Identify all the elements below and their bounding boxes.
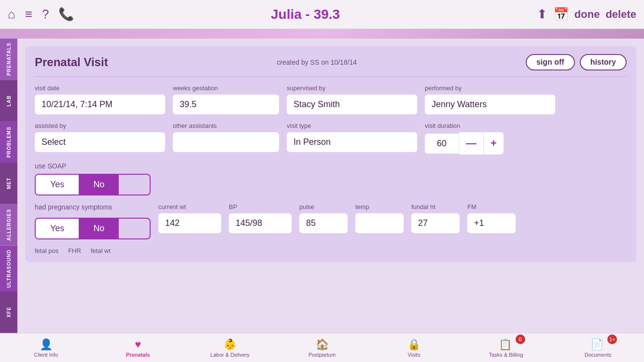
visit-duration-group: visit duration — + — [425, 122, 504, 154]
visit-type-input[interactable] — [287, 132, 417, 152]
nav-tasks-billing-label: Tasks & Billing — [489, 352, 523, 358]
fundal-ht-group: fundal ht — [411, 203, 460, 233]
sidebar-item-problems[interactable]: PROBLEMS — [0, 122, 17, 163]
nav-prenatals[interactable]: ♥ Prenatals — [92, 338, 184, 358]
weeks-gestation-input[interactable] — [173, 95, 279, 114]
sidebar-item-prenatals[interactable]: PRENATALS — [0, 39, 17, 80]
symptoms-yes-button[interactable]: Yes — [36, 219, 79, 238]
bp-input[interactable] — [229, 213, 292, 233]
fm-group: FM — [467, 203, 516, 233]
bg-area — [0, 29, 644, 39]
card-meta: created by SS on 10/18/14 — [277, 58, 357, 66]
visit-duration-label: visit duration — [425, 122, 504, 129]
nav-labor-delivery-label: Labor & Delivery — [210, 352, 250, 358]
visit-duration-stepper: — + — [425, 132, 504, 154]
documents-icon-wrap: 📄 1+ — [590, 338, 605, 351]
nav-tasks-billing[interactable]: 📋 0 Tasks & Billing — [460, 338, 552, 358]
nav-documents[interactable]: 📄 1+ Documents — [552, 338, 644, 358]
use-soap-yes-button[interactable]: Yes — [36, 175, 79, 195]
help-icon[interactable]: ? — [42, 7, 49, 22]
fetal-pos-label: fetal pos — [35, 247, 58, 254]
supervised-by-input[interactable] — [287, 95, 417, 114]
assisted-by-group: assisted by — [35, 122, 165, 152]
header: ⌂ ≡ ? 📞 Julia - 39.3 ⬆ 📅 done delete — [0, 0, 644, 29]
documents-icon: 📄 — [590, 338, 603, 351]
fhr-group: FHR — [68, 247, 81, 254]
visit-date-group: visit date — [35, 84, 165, 114]
duration-decrement-button[interactable]: — — [459, 132, 483, 154]
history-button[interactable]: history — [580, 54, 627, 70]
pregnancy-symptoms-group: had pregnancy symptoms Yes No — [35, 203, 151, 239]
temp-input[interactable] — [355, 213, 404, 233]
nav-client-info-label: Client Info — [34, 352, 58, 358]
use-soap-no-button[interactable]: No — [79, 175, 119, 195]
page-title: Julia - 39.3 — [74, 7, 536, 22]
visits-icon: 🔒 — [407, 338, 420, 351]
sidebar: PRENATALS LAB PROBLEMS MET ALLERGIES ULT… — [0, 39, 17, 333]
tasks-billing-badge: 0 — [516, 334, 525, 344]
sign-off-button[interactable]: sign off — [526, 54, 575, 70]
visit-duration-input[interactable] — [425, 134, 459, 153]
performed-by-group: performed by — [425, 84, 555, 114]
form-row-1: visit date weeks gestation supervised by… — [35, 84, 627, 114]
card-actions: sign off history — [526, 54, 627, 70]
nav-labor-delivery[interactable]: 👶 Labor & Delivery — [184, 338, 276, 358]
pulse-input[interactable] — [299, 213, 348, 233]
menu-icon[interactable]: ≡ — [25, 7, 32, 22]
visit-date-label: visit date — [35, 84, 165, 92]
other-assistants-input[interactable] — [173, 132, 279, 152]
nav-visits-label: Visits — [408, 352, 420, 358]
nav-client-info[interactable]: 👤 Client Info — [0, 338, 92, 358]
symptoms-no-button[interactable]: No — [79, 219, 119, 238]
fetal-wt-label: fetal wt — [91, 247, 111, 254]
header-right: ⬆ 📅 done delete — [537, 7, 636, 22]
current-wt-group: current wt — [158, 203, 221, 233]
delete-button[interactable]: delete — [605, 8, 636, 21]
labor-delivery-icon: 👶 — [224, 338, 237, 351]
header-left: ⌂ ≡ ? 📞 — [8, 7, 74, 22]
postpartum-icon: 🏠 — [316, 338, 329, 351]
sidebar-item-xfe[interactable]: XFE — [0, 292, 17, 333]
sidebar-item-allergies[interactable]: ALLERGIES — [0, 204, 17, 246]
bp-label: BP — [229, 203, 292, 210]
pregnancy-symptoms-toggle: Yes No — [35, 218, 151, 239]
nav-visits[interactable]: 🔒 Visits — [368, 338, 460, 358]
sidebar-item-ultrasound[interactable]: ULTRASOUND — [0, 246, 17, 292]
nav-documents-label: Documents — [585, 352, 612, 358]
fm-input[interactable] — [467, 213, 516, 233]
done-button[interactable]: done — [574, 8, 600, 21]
duration-increment-button[interactable]: + — [483, 132, 504, 154]
phone-icon[interactable]: 📞 — [58, 7, 74, 22]
card-title: Prenatal Visit — [35, 56, 108, 69]
card-header: Prenatal Visit created by SS on 10/18/14… — [35, 54, 627, 77]
fetal-pos-group: fetal pos — [35, 247, 58, 254]
prenatal-visit-card: Prenatal Visit created by SS on 10/18/14… — [25, 46, 636, 262]
pulse-group: pulse — [299, 203, 348, 233]
current-wt-input[interactable] — [158, 213, 221, 233]
tasks-billing-icon-wrap: 📋 0 — [499, 338, 514, 351]
calendar-icon[interactable]: 📅 — [553, 7, 569, 22]
home-icon[interactable]: ⌂ — [8, 7, 15, 22]
use-soap-label: use SOAP — [35, 162, 627, 170]
weeks-gestation-group: weeks gestation — [173, 84, 279, 114]
bottom-nav: 👤 Client Info ♥ Prenatals 👶 Labor & Deli… — [0, 333, 644, 362]
fundal-ht-label: fundal ht — [411, 203, 460, 210]
documents-badge: 1+ — [607, 334, 617, 344]
assisted-by-input[interactable] — [35, 132, 165, 152]
sidebar-item-lab[interactable]: LAB — [0, 80, 17, 122]
fetal-wt-group: fetal wt — [91, 247, 111, 254]
fundal-ht-input[interactable] — [411, 213, 460, 233]
client-info-icon: 👤 — [40, 338, 53, 351]
pregnancy-symptoms-label: had pregnancy symptoms — [35, 203, 151, 211]
visit-date-input[interactable] — [35, 95, 165, 114]
performed-by-label: performed by — [425, 84, 555, 92]
weeks-gestation-label: weeks gestation — [173, 84, 279, 92]
nav-prenatals-label: Prenatals — [126, 352, 150, 358]
other-assistants-label: other assistants — [173, 122, 279, 129]
nav-postpartum[interactable]: 🏠 Postpartum — [276, 338, 368, 358]
sidebar-item-met[interactable]: MET — [0, 163, 17, 204]
visit-type-group: visit type — [287, 122, 417, 152]
share-icon[interactable]: ⬆ — [537, 7, 547, 22]
performed-by-input[interactable] — [425, 95, 555, 114]
form-row-2: assisted by other assistants visit type … — [35, 122, 627, 154]
